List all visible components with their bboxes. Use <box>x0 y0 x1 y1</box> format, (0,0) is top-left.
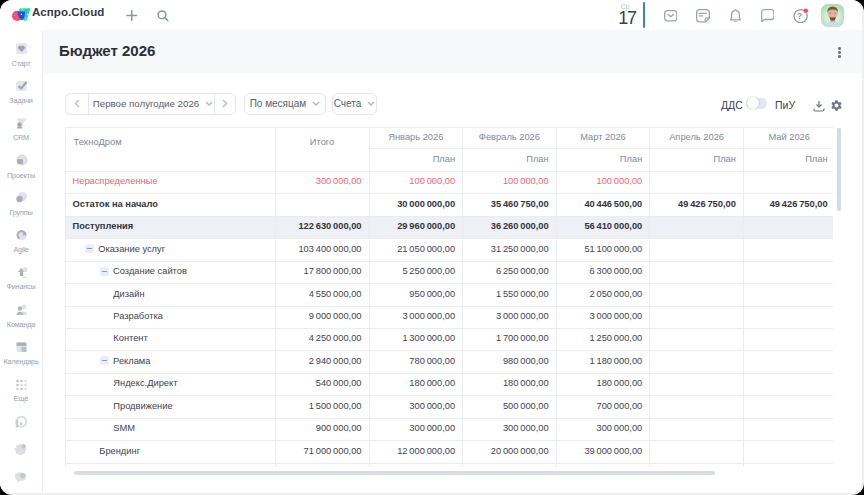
svg-text:?: ? <box>797 12 802 21</box>
